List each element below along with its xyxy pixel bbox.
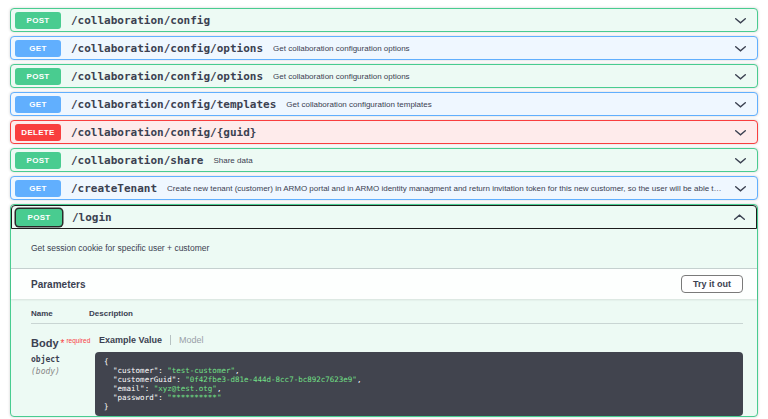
method-badge: POST: [15, 68, 61, 85]
method-badge: POST: [16, 209, 62, 226]
endpoint-path: /collaboration/config: [71, 14, 210, 27]
parameter-location: (body): [31, 367, 89, 376]
endpoint-row[interactable]: DELETE /collaboration/config/{guid}: [10, 120, 758, 144]
parameter-type: object: [31, 355, 89, 364]
method-badge: POST: [15, 12, 61, 29]
example-model-tabs: Example Value Model: [89, 335, 743, 345]
parameters-table: Name Description Body*required object (b…: [11, 299, 757, 416]
endpoint-row[interactable]: POST /collaboration/config/options Get c…: [10, 64, 758, 88]
endpoint-path: /collaboration/config/{guid}: [71, 126, 256, 139]
endpoint-block-login: POST /login Get session cookie for speci…: [10, 204, 758, 417]
method-badge: GET: [15, 40, 61, 57]
endpoint-row[interactable]: GET /collaboration/config/templates Get …: [10, 92, 758, 116]
endpoint-row[interactable]: GET /createTenant Create new tenant (cus…: [10, 176, 758, 200]
parameters-table-header: Name Description: [31, 309, 743, 324]
example-code: { "customer": "test-customer", "customer…: [95, 352, 743, 416]
operation-description: Get session cookie for specific user + c…: [11, 229, 757, 269]
endpoint-path: /collaboration/share: [71, 154, 203, 167]
parameters-title: Parameters: [31, 279, 85, 290]
body-parameter-row: Body*required object (body) Example Valu…: [31, 333, 743, 416]
tab-model[interactable]: Model: [170, 335, 204, 345]
endpoint-row[interactable]: POST /collaboration/share Share data: [10, 148, 758, 172]
chevron-down-icon[interactable]: [726, 14, 747, 27]
chevron-down-icon[interactable]: [726, 70, 747, 83]
required-asterisk: *: [61, 338, 65, 349]
endpoint-row[interactable]: POST /collaboration/config: [10, 8, 758, 32]
endpoint-description: Create new tenant (customer) in ARMO por…: [167, 184, 726, 193]
body-parameter-name-cell: Body*required object (body): [31, 333, 89, 416]
chevron-up-icon[interactable]: [725, 211, 746, 224]
endpoint-description: Share data: [213, 156, 726, 165]
endpoint-list: POST /collaboration/config GET /collabor…: [10, 8, 758, 200]
parameters-section-header: Parameters Try it out: [11, 269, 757, 299]
endpoint-path: /collaboration/config/templates: [71, 98, 276, 111]
required-label: required: [66, 337, 90, 344]
method-badge: POST: [15, 152, 61, 169]
try-it-out-button[interactable]: Try it out: [681, 275, 743, 293]
chevron-down-icon[interactable]: [726, 42, 747, 55]
chevron-down-icon[interactable]: [726, 126, 747, 139]
endpoint-row[interactable]: GET /collaboration/config/options Get co…: [10, 36, 758, 60]
parameter-name: Body: [31, 337, 59, 349]
endpoint-path: /login: [72, 211, 112, 224]
endpoint-path: /createTenant: [71, 182, 157, 195]
endpoint-description: Get collaboration configuration options: [273, 44, 726, 53]
chevron-down-icon[interactable]: [726, 182, 747, 195]
endpoint-path: /collaboration/config/options: [71, 42, 263, 55]
name-column-header: Name: [31, 309, 89, 318]
tab-example-value[interactable]: Example Value: [99, 335, 162, 345]
endpoint-description: Get collaboration configuration template…: [286, 100, 726, 109]
method-badge: GET: [15, 180, 61, 197]
chevron-down-icon[interactable]: [726, 154, 747, 167]
swagger-operations-list: POST /collaboration/config GET /collabor…: [0, 0, 768, 417]
endpoint-path: /collaboration/config/options: [71, 70, 263, 83]
login-summary-row[interactable]: POST /login: [11, 205, 757, 229]
method-badge: DELETE: [15, 124, 61, 141]
chevron-down-icon[interactable]: [726, 98, 747, 111]
body-parameter-description-cell: Example Value Model { "customer": "test-…: [89, 333, 743, 416]
description-column-header: Description: [89, 309, 743, 318]
endpoint-description: Get collaboration configuration options: [273, 72, 726, 81]
method-badge: GET: [15, 96, 61, 113]
